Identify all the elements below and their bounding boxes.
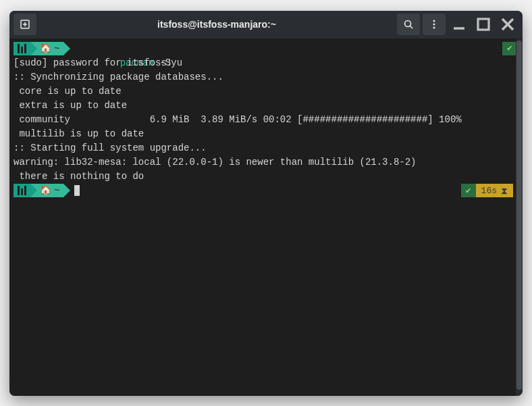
output-line: multilib is up to date [14, 127, 518, 141]
close-button[interactable] [497, 14, 518, 35]
hourglass-icon [501, 186, 508, 195]
check-icon: ✔ [507, 41, 512, 55]
svg-point-7 [433, 27, 435, 29]
right-status: ✔ 16s [461, 184, 513, 197]
cmd-sudo: sudo [120, 39, 143, 40]
path-text: ~ [54, 42, 59, 56]
output-line: there is nothing to do [14, 170, 518, 184]
maximize-button[interactable] [473, 14, 494, 35]
prompt-line: 🏠 ~ sudo pacman -Syu [14, 42, 518, 56]
output-line: [sudo] password for itsfoss: [14, 56, 518, 70]
output-line: core is up to date [14, 84, 518, 99]
segment-separator [63, 184, 70, 197]
status-ok-badge: ✔ [461, 184, 476, 197]
home-icon: 🏠 [40, 184, 51, 198]
output-line: :: Synchronizing package databases... [14, 70, 518, 84]
segment-separator [30, 42, 37, 55]
home-icon: 🏠 [40, 42, 51, 56]
svg-line-4 [410, 26, 413, 29]
segment-separator [63, 42, 70, 55]
minimize-button[interactable] [448, 14, 470, 35]
manjaro-icon [18, 186, 26, 195]
status-time-badge: 16s [476, 184, 513, 197]
svg-point-6 [433, 24, 435, 26]
cursor [74, 185, 80, 196]
output-line: extra is up to date [14, 99, 518, 113]
manjaro-icon [18, 44, 26, 53]
search-button[interactable] [397, 14, 420, 35]
new-tab-button[interactable] [14, 14, 36, 35]
output-line: :: Starting full system upgrade... [14, 141, 518, 155]
prompt-line: 🏠 ~ ✔ 16s [14, 184, 518, 198]
path-text: ~ [54, 184, 59, 198]
scrollbar-thumb[interactable] [516, 41, 522, 390]
segment-separator [30, 184, 37, 197]
manjaro-logo-segment [14, 184, 30, 197]
elapsed-time: 16s [481, 184, 497, 198]
titlebar: itsfoss@itsfoss-manjaro:~ [9, 11, 523, 39]
output-line: community 6.9 MiB 3.89 MiB/s 00:02 [####… [14, 113, 518, 127]
scrollbar[interactable] [516, 39, 523, 396]
manjaro-logo-segment [14, 42, 30, 55]
terminal-body[interactable]: 🏠 ~ sudo pacman -Syu ✔ [sudo] password f… [9, 39, 523, 396]
status-ok-badge: ✔ [502, 42, 517, 55]
check-icon: ✔ [466, 184, 471, 198]
terminal-window: itsfoss@itsfoss-manjaro:~ [9, 11, 523, 396]
output-line: warning: lib32-mesa: local (22.0.0-1) is… [14, 155, 518, 170]
svg-point-3 [405, 21, 411, 27]
svg-point-5 [433, 20, 435, 22]
window-title: itsfoss@itsfoss-manjaro:~ [41, 19, 393, 30]
menu-button[interactable] [423, 14, 446, 35]
svg-rect-9 [478, 19, 489, 30]
